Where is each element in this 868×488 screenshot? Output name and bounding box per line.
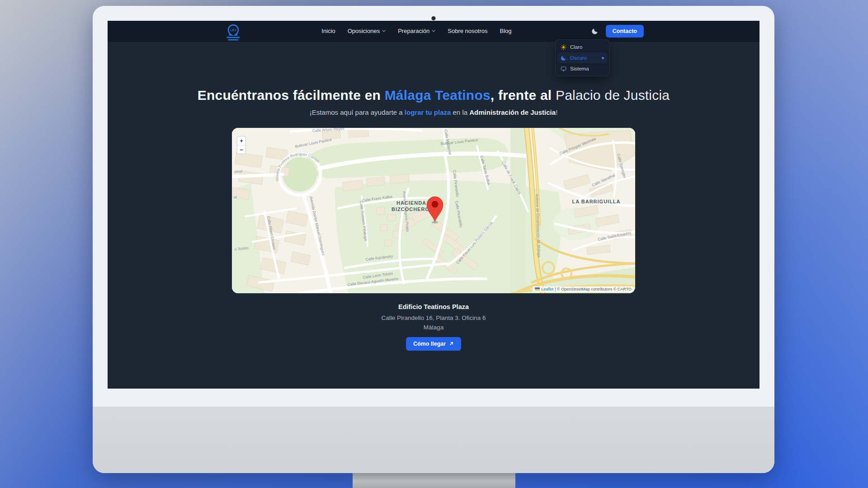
area-label: BIZCOCHERO <box>392 206 429 212</box>
monitor-stand <box>353 473 515 488</box>
nav-item-preparacion[interactable]: Preparación <box>398 28 435 34</box>
nav-menu: InicioOposicionesPreparaciónSobre nosotr… <box>321 28 511 34</box>
theme-option-oscuro[interactable]: Oscuro <box>557 52 607 63</box>
nav-item-oposiciones[interactable]: Oposiciones <box>348 28 386 34</box>
leaflet-link[interactable]: Leaflet <box>541 287 553 291</box>
map-canvas: Glorieta Profesor Rodríguez Carrión Call… <box>232 128 635 293</box>
scales-of-justice-icon[interactable]: LEJ <box>223 23 244 41</box>
arrow-up-right-icon <box>449 341 454 346</box>
location-info: Edificio Teatinos Plaza Calle Pirandello… <box>108 303 760 351</box>
moon-icon <box>591 28 599 35</box>
location-address: Calle Pirandello 16, Planta 3. Oficina 6… <box>108 314 760 333</box>
theme-toggle-button[interactable] <box>590 26 600 37</box>
nav-item-inicio[interactable]: Inicio <box>321 28 335 34</box>
selected-indicator-dot <box>602 57 604 59</box>
chevron-down-icon <box>382 30 386 32</box>
desktop-background: LEJ InicioOposicionesPreparaciónSobre no… <box>0 0 868 488</box>
sun-icon <box>561 44 566 50</box>
moon-icon <box>561 55 566 61</box>
navbar: LEJ InicioOposicionesPreparaciónSobre no… <box>108 21 760 42</box>
nav-item-blog[interactable]: Blog <box>500 28 511 34</box>
theme-dropdown-menu: ClaroOscuroSistema <box>555 39 609 76</box>
zoom-out-button[interactable]: − <box>237 145 245 154</box>
location-name: Edificio Teatinos Plaza <box>108 303 760 310</box>
nav-item-sobre-nosotros[interactable]: Sobre nosotros <box>448 28 487 34</box>
ukraine-flag-icon <box>535 287 540 291</box>
contact-button[interactable]: Contacto <box>606 25 644 38</box>
chevron-down-icon <box>432 30 435 32</box>
logo-monogram: LEJ <box>230 28 236 32</box>
leaflet-map[interactable]: Glorieta Profesor Rodríguez Carrión Call… <box>232 128 635 293</box>
street-label: steur <box>234 169 243 174</box>
imac-monitor: LEJ InicioOposicionesPreparaciónSobre no… <box>93 6 774 473</box>
title-highlight: Málaga Teatinos <box>385 88 491 103</box>
nav-right-controls: Contacto <box>590 25 644 38</box>
map-attribution: Leaflet | © OpenStreetMap contributors ©… <box>533 286 634 292</box>
hero-subtitle: ¡Estamos aquí para ayudarte a lograr tu … <box>108 108 760 116</box>
map-zoom-control: + − <box>237 136 246 154</box>
street-label: ur <box>234 195 237 199</box>
webcam-dot <box>432 16 436 20</box>
theme-option-claro[interactable]: Claro <box>557 42 607 52</box>
monitor-chin <box>93 407 774 473</box>
directions-button[interactable]: Cómo llegar <box>406 337 461 351</box>
browser-screen: LEJ InicioOposicionesPreparaciónSobre no… <box>108 21 760 389</box>
hero-section: Encuéntranos fácilmente en Málaga Teatin… <box>108 42 760 351</box>
area-label: HACIENDA <box>396 200 426 206</box>
zoom-in-button[interactable]: + <box>237 136 245 145</box>
page-title: Encuéntranos fácilmente en Málaga Teatin… <box>108 88 760 103</box>
area-label: LA BARRIGUILLA <box>572 199 620 204</box>
subtitle-link[interactable]: lograr tu plaza <box>405 108 451 116</box>
theme-option-sistema[interactable]: Sistema <box>557 63 607 74</box>
monitor-icon <box>561 66 566 72</box>
